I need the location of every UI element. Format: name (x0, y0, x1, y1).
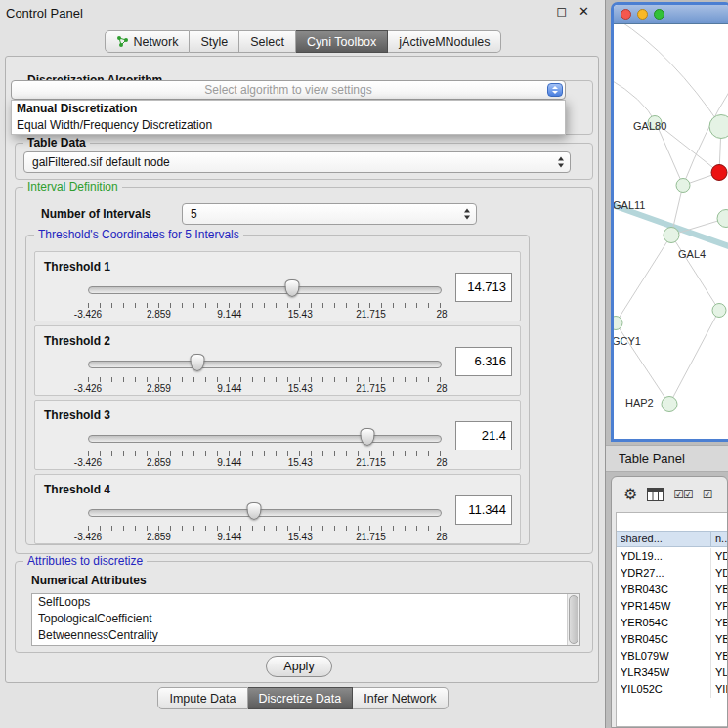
minimize-traffic-light-icon[interactable] (637, 9, 648, 20)
table-row[interactable]: YBR043CYBR0... (617, 581, 727, 598)
threshold-4-value-field[interactable]: 11.344 (455, 495, 512, 525)
slider-track[interactable] (88, 361, 442, 368)
table-header-row: shared... n... (617, 531, 727, 547)
number-of-intervals-combobox[interactable]: 5 (182, 203, 477, 225)
table-row[interactable]: YBR045CYBR0... (617, 631, 727, 648)
tab-jactivemnodules[interactable]: jActiveMNodules (388, 30, 501, 53)
threshold-4-panel: Threshold 4 -3.4262.8599.14415.4321.7152… (34, 474, 521, 544)
tab-network[interactable]: Network (105, 30, 191, 53)
combo-stepper[interactable] (558, 157, 564, 168)
table-row[interactable]: YLR345WYLR3... (617, 664, 727, 681)
slider-ticks (88, 303, 442, 308)
tab-label: Infer Network (364, 692, 436, 706)
table-toolbar: ⚙ ☑☑ ☑ (612, 477, 727, 512)
threshold-1-value-field[interactable]: 14.713 (455, 273, 512, 302)
threshold-2-label: Threshold 2 (44, 334, 110, 348)
list-item[interactable]: TopologicalCoefficient (32, 611, 579, 627)
dropdown-option-manual-discretization[interactable]: Manual Discretization (12, 101, 565, 117)
close-traffic-light-icon[interactable] (621, 9, 631, 20)
settings-gear-icon[interactable]: ⚙ (623, 487, 637, 502)
arrow-down-icon (552, 91, 558, 94)
selected-node[interactable] (711, 165, 727, 181)
threshold-3-label: Threshold 3 (44, 408, 110, 422)
table-row[interactable]: YER054CYER0... (617, 615, 727, 631)
network-canvas[interactable]: GAL80 GAL11 GAL4 GCY1 HAP2 (614, 24, 728, 439)
tab-impute-data[interactable]: Impute Data (157, 687, 247, 709)
list-item[interactable]: BetweennessCentrality (32, 627, 579, 644)
slider-thumb[interactable] (247, 502, 262, 520)
threshold-1-slider[interactable]: -3.4262.8599.14415.4321.71528 (88, 279, 442, 321)
scrollbar-thumb[interactable] (569, 595, 578, 644)
group-title: Interval Definition (23, 180, 122, 193)
slider-thumb[interactable] (191, 354, 205, 371)
threshold-2-slider[interactable]: -3.4262.8599.14415.4321.71528 (88, 354, 442, 395)
dropdown-option-equal-width-frequency[interactable]: Equal Width/Frequency Discretization (12, 117, 565, 134)
slider-scale: -3.4262.8599.14415.4321.71528 (88, 309, 442, 321)
float-window-icon[interactable]: ◻ (556, 5, 567, 19)
node[interactable] (676, 179, 690, 193)
tab-label: Select (250, 35, 284, 49)
table-row[interactable]: YDR27...YDR2... (617, 565, 727, 581)
node-label: GCY1 (614, 335, 641, 347)
node[interactable] (662, 397, 677, 412)
list-scrollbar[interactable] (567, 594, 579, 645)
group-title: Attributes to discretize (23, 554, 147, 568)
algorithm-combobox[interactable]: Select algorithm to view settings (11, 80, 566, 100)
arrow-down-icon (464, 216, 470, 220)
top-tabbar: Network Style Select Cyni Toolbox jActiv… (0, 30, 606, 53)
column-header-shared-name[interactable]: shared... (617, 532, 711, 546)
tab-label: Impute Data (169, 692, 236, 706)
combo-stepper[interactable] (464, 209, 470, 220)
slider-track[interactable] (88, 435, 442, 443)
tab-infer-network[interactable]: Infer Network (353, 687, 448, 709)
window-buttons: ◻ ✕ (556, 5, 589, 19)
threshold-1-panel: Threshold 1 -3.4262.8599.14415.4321.7152… (34, 251, 521, 321)
node[interactable] (709, 115, 728, 139)
slider-track[interactable] (88, 286, 442, 294)
threshold-4-slider[interactable]: -3.4262.8599.14415.4321.71528 (88, 502, 442, 543)
slider-ticks (88, 451, 442, 456)
group-title: Table Data (23, 136, 90, 150)
tab-discretize-data[interactable]: Discretize Data (248, 687, 354, 709)
attributes-to-discretize-group: Attributes to discretize Numerical Attri… (15, 561, 593, 653)
slider-track[interactable] (88, 509, 442, 517)
tab-label: Network (134, 35, 179, 49)
threshold-2-panel: Threshold 2 -3.4262.8599.14415.4321.7152… (34, 325, 521, 396)
table-row[interactable]: YPR145WYPR1... (617, 598, 727, 615)
columns-table-icon[interactable] (647, 488, 664, 501)
tab-style[interactable]: Style (190, 30, 239, 53)
node[interactable] (664, 228, 679, 243)
network-nodes[interactable] (614, 115, 728, 412)
node[interactable] (717, 210, 728, 228)
arrow-down-icon (558, 164, 564, 168)
table-row[interactable]: YDL19...YDL1... (617, 548, 727, 565)
tab-cyni-toolbox[interactable]: Cyni Toolbox (296, 30, 388, 53)
apply-button[interactable]: Apply (266, 656, 332, 677)
slider-thumb[interactable] (360, 428, 374, 446)
combo-stepper-button[interactable] (547, 83, 563, 97)
table-row[interactable]: YIL052CYIL0... (617, 681, 727, 698)
slider-thumb[interactable] (284, 279, 299, 297)
select-column-icon[interactable]: ☑ (703, 487, 712, 502)
arrow-up-icon (552, 86, 558, 89)
column-header-name[interactable]: n... (711, 532, 727, 546)
zoom-traffic-light-icon[interactable] (654, 9, 664, 20)
node-label: GAL4 (678, 248, 706, 260)
table-data-combobox[interactable]: galFiltered.sif default node (23, 151, 571, 173)
number-of-intervals-label: Number of Intervals (41, 207, 151, 221)
node[interactable] (712, 304, 726, 318)
thresholds-group: Threshold's Coordinates for 5 Intervals … (25, 235, 530, 545)
slider-scale: -3.4262.8599.14415.4321.71528 (88, 457, 442, 469)
table-row[interactable]: YBL079WYBL0... (617, 648, 727, 664)
node-label: GAL11 (614, 199, 645, 211)
bottom-tabbar: Impute Data Discretize Data Infer Networ… (0, 687, 606, 709)
node[interactable] (614, 317, 622, 330)
tab-select[interactable]: Select (239, 30, 296, 53)
list-item[interactable]: SelfLoops (32, 594, 579, 611)
close-icon[interactable]: ✕ (578, 5, 589, 19)
columns-table-glyph (647, 488, 664, 501)
threshold-3-value-field[interactable]: 21.4 (455, 421, 512, 450)
threshold-3-slider[interactable]: -3.4262.8599.14415.4321.71528 (88, 428, 442, 469)
select-all-columns-icon[interactable]: ☑☑ (673, 487, 693, 502)
threshold-2-value-field[interactable]: 6.316 (455, 347, 512, 376)
